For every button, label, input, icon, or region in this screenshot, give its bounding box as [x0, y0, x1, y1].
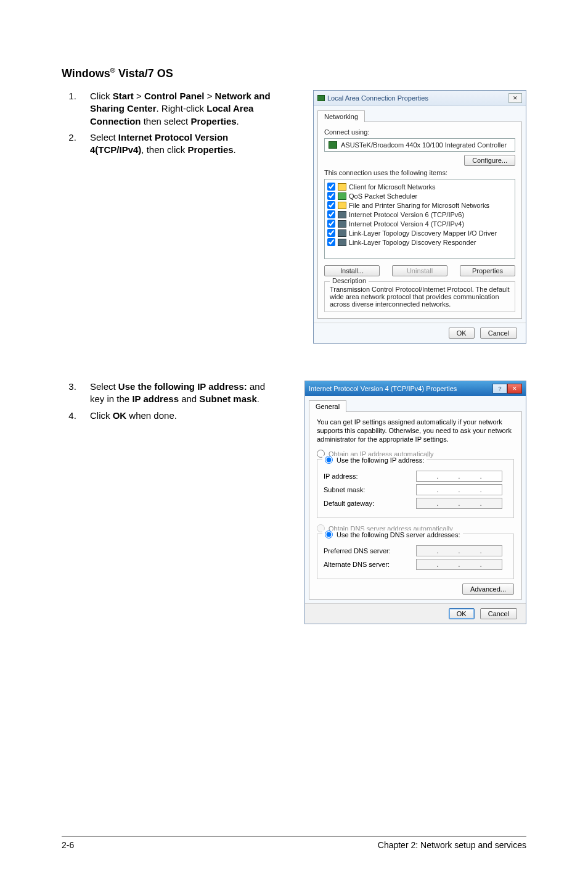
items-label: This connection uses the following items…: [324, 169, 515, 176]
list-item[interactable]: Internet Protocol Version 6 (TCP/IPv6): [326, 210, 513, 219]
description-legend: Description: [330, 277, 369, 284]
section-heading: Windows® Vista/7 OS: [62, 67, 526, 80]
t: Properties: [190, 116, 236, 126]
item-label: Link-Layer Topology Discovery Mapper I/O…: [349, 229, 497, 237]
list-item[interactable]: File and Printer Sharing for Microsoft N…: [326, 200, 513, 210]
ip-input[interactable]: ...: [416, 471, 502, 482]
item-check[interactable]: [327, 183, 335, 191]
radio-use-dns-label: Use the following DNS server addresses:: [337, 531, 460, 538]
connect-using-label: Connect using:: [324, 128, 515, 136]
protocol-icon: [338, 239, 346, 246]
t: Properties: [187, 144, 233, 155]
item-check[interactable]: [327, 201, 335, 209]
dlg2-titlebar[interactable]: Internet Protocol Version 4 (TCP/IPv4) P…: [305, 381, 526, 396]
item-check[interactable]: [327, 220, 335, 228]
step-3: Select Use the following IP address: and…: [79, 381, 271, 406]
configure-button[interactable]: Configure...: [464, 155, 515, 166]
pdns-input[interactable]: ...: [416, 545, 502, 556]
t: Control Panel: [144, 91, 205, 101]
radio-use-ip-input[interactable]: [325, 456, 333, 464]
network-icon: [317, 95, 325, 101]
ok-button[interactable]: OK: [449, 328, 475, 339]
t: , then click: [141, 144, 187, 155]
list-item[interactable]: QoS Packet Scheduler: [326, 191, 513, 200]
page-number: 2-6: [62, 840, 74, 850]
t: .: [234, 144, 236, 155]
qos-icon: [338, 192, 346, 200]
radio-use-dns-input[interactable]: [325, 530, 333, 538]
t: Subnet mask: [199, 394, 256, 404]
protocol-icon: [338, 211, 346, 218]
cancel-button[interactable]: Cancel: [480, 608, 517, 619]
t: Select: [90, 132, 118, 142]
chapter-title: Chapter 2: Network setup and services: [378, 840, 526, 850]
protocol-icon: [338, 229, 346, 237]
adapter-box[interactable]: ASUSTeK/Broadcom 440x 10/100 Integrated …: [324, 138, 515, 152]
step-4: Click OK when done.: [79, 410, 271, 422]
item-check[interactable]: [327, 210, 335, 218]
item-check[interactable]: [327, 192, 335, 200]
gw-input[interactable]: ...: [416, 498, 502, 509]
lan-properties-dialog: Local Area Connection Properties ✕ Netwo…: [313, 90, 526, 344]
tab-networking[interactable]: Networking: [317, 110, 365, 122]
ipv4-properties-dialog: Internet Protocol Version 4 (TCP/IPv4) P…: [304, 381, 526, 624]
mask-input[interactable]: ...: [416, 484, 502, 495]
item-check[interactable]: [327, 229, 335, 237]
t: and: [179, 394, 199, 404]
connection-items-list[interactable]: Client for Microsoft Networks QoS Packet…: [324, 179, 515, 259]
t: Use the following IP address:: [118, 381, 247, 392]
adns-input[interactable]: ...: [416, 559, 502, 570]
dns-group: Use the following DNS server addresses: …: [317, 534, 514, 579]
pdns-label: Preferred DNS server:: [324, 547, 416, 555]
list-item[interactable]: Link-Layer Topology Discovery Responder: [326, 237, 513, 247]
list-item[interactable]: Link-Layer Topology Discovery Mapper I/O…: [326, 228, 513, 237]
t: .: [257, 394, 259, 404]
heading-prefix: Windows: [62, 67, 110, 80]
install-button[interactable]: Install...: [324, 265, 380, 276]
t: Click: [90, 410, 113, 421]
adns-label: Alternate DNS server:: [324, 561, 416, 568]
ok-button[interactable]: OK: [449, 608, 475, 619]
client-icon: [338, 183, 346, 191]
protocol-icon: [338, 220, 346, 228]
description-text: Transmission Control Protocol/Internet P…: [330, 286, 510, 308]
item-label: Internet Protocol Version 4 (TCP/IPv4): [349, 220, 464, 228]
page-footer: 2-6 Chapter 2: Network setup and service…: [62, 836, 526, 850]
dlg1-title: Local Area Connection Properties: [327, 94, 428, 102]
close-icon[interactable]: ✕: [507, 384, 522, 394]
t: when done.: [126, 410, 177, 421]
properties-button[interactable]: Properties: [460, 265, 515, 276]
step-2: Select Internet Protocol Version 4(TCP/I…: [79, 131, 271, 157]
t: . Right-click: [157, 103, 207, 113]
item-label: Internet Protocol Version 6 (TCP/IPv6): [349, 211, 464, 218]
step-1: Click Start > Control Panel > Network an…: [79, 90, 271, 128]
advanced-button[interactable]: Advanced...: [462, 584, 514, 595]
t: Select: [90, 381, 118, 392]
adapter-name: ASUSTeK/Broadcom 440x 10/100 Integrated …: [341, 141, 507, 149]
adapter-icon: [329, 141, 337, 149]
heading-suffix: Vista/7 OS: [115, 67, 173, 80]
t: >: [134, 91, 144, 101]
gw-label: Default gateway:: [324, 500, 416, 507]
close-icon[interactable]: ✕: [508, 93, 522, 103]
t: then select: [141, 116, 191, 126]
t: Start: [113, 91, 134, 101]
item-label: Link-Layer Topology Discovery Responder: [349, 239, 476, 246]
t: >: [204, 91, 214, 101]
fileshare-icon: [338, 202, 346, 209]
help-icon[interactable]: ?: [492, 384, 507, 394]
dlg2-title: Internet Protocol Version 4 (TCP/IPv4) P…: [309, 385, 457, 392]
tab-general[interactable]: General: [309, 400, 346, 412]
item-check[interactable]: [327, 238, 335, 246]
instructions-col-b: Select Use the following IP address: and…: [62, 381, 271, 624]
instructions-col-a: Click Start > Control Panel > Network an…: [62, 90, 271, 344]
list-item[interactable]: Internet Protocol Version 4 (TCP/IPv4): [326, 219, 513, 228]
radio-use-ip-label: Use the following IP address:: [337, 456, 424, 464]
heading-reg: ®: [110, 67, 115, 74]
item-label: Client for Microsoft Networks: [349, 183, 436, 191]
t: IP address: [132, 394, 179, 404]
list-item[interactable]: Client for Microsoft Networks: [326, 182, 513, 191]
cancel-button[interactable]: Cancel: [480, 328, 517, 339]
mask-label: Subnet mask:: [324, 486, 416, 493]
dlg1-titlebar[interactable]: Local Area Connection Properties ✕: [314, 91, 526, 106]
